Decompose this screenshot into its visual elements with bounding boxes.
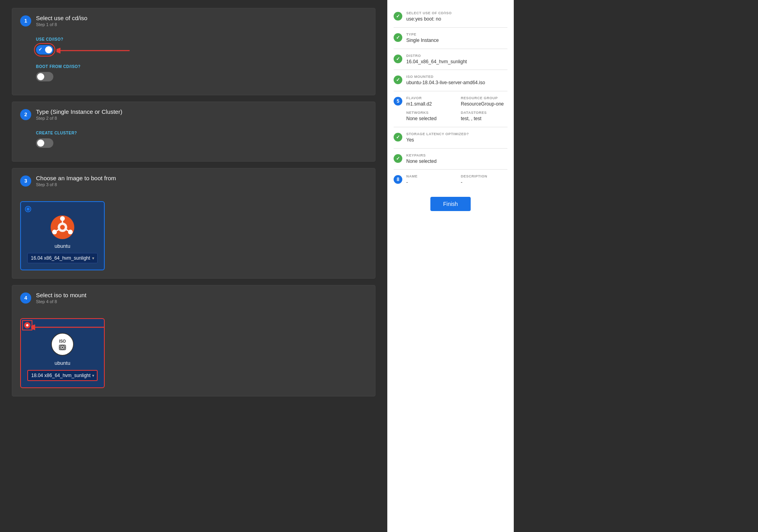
summary-item-cdiso: ✓ SELECT USE OF CD/ISO use:yes boot: no	[394, 6, 507, 28]
step4-arrow-annotation	[31, 321, 110, 333]
finish-button[interactable]: Finish	[430, 197, 470, 211]
main-content: 1 Select use of cd/iso Step 1 of 8 USE C…	[0, 0, 387, 532]
summary-content-storage: STORAGE LATENCY OPTIMIZED? Yes	[406, 132, 507, 143]
summary-value-storage: Yes	[406, 137, 507, 143]
summary-label-iso: ISO MOUNTED	[406, 75, 507, 79]
summary-item-distro: ✓ DISTRO 16.04_x86_64_hvm_sunlight	[394, 49, 507, 70]
summary-col-name: NAME -	[406, 174, 453, 186]
step-2-header: 2 Type (Single Instance or Cluster) Step…	[12, 102, 375, 127]
ubuntu-distro-select-wrapper: 16.04 x86_64_hvm_sunlight	[27, 253, 98, 263]
use-cdiso-label: USE CD/ISO?	[36, 37, 367, 42]
iso-image-name: ubuntu	[55, 360, 70, 366]
step-2-subtitle: Step 2 of 8	[36, 116, 122, 121]
summary-check-keypairs: ✓	[394, 154, 402, 163]
summary-value-distro: 16.04_x86_64_hvm_sunlight	[406, 58, 507, 65]
summary-label-cdiso: SELECT USE OF CD/ISO	[406, 11, 507, 15]
summary-label-datastores: DATASTORES	[461, 111, 507, 115]
summary-col-datastores: DATASTORES test, , test	[461, 111, 507, 122]
summary-content-cdiso: SELECT USE OF CD/ISO use:yes boot: no	[406, 11, 507, 23]
use-cdiso-toggle[interactable]: ✓	[36, 45, 53, 55]
iso-select-wrapper: 18.04 x86_64_hvm_sunlight	[27, 370, 98, 381]
step-3-subtitle: Step 3 of 8	[36, 182, 116, 187]
step-1-number: 1	[20, 15, 31, 26]
summary-item-name: 8 NAME - DESCRIPTION -	[394, 170, 507, 191]
summary-content-distro: DISTRO 16.04_x86_64_hvm_sunlight	[406, 54, 507, 65]
iso-icon: ISO	[50, 332, 75, 357]
ubuntu-radio[interactable]	[25, 206, 31, 212]
summary-value-type: Single Instance	[406, 37, 507, 44]
summary-check-storage: ✓	[394, 133, 402, 141]
summary-row-flavor: FLAVOR m1.small.d2 RESOURCE GROUP Resour…	[406, 96, 507, 108]
summary-label-networks: NETWORKS	[406, 111, 453, 115]
summary-item-iso: ✓ ISO MOUNTED ubuntu-18.04.3-live-server…	[394, 70, 507, 91]
svg-point-20	[62, 347, 63, 348]
summary-col-flavor: FLAVOR m1.small.d2	[406, 96, 453, 108]
step-4-section: 4 Select iso to mount Step 4 of 8	[12, 285, 375, 396]
summary-value-iso: ubuntu-18.04.3-live-server-amd64.iso	[406, 79, 507, 86]
summary-content-keypairs: KEYPAIRS None selected	[406, 153, 507, 165]
summary-label-storage: STORAGE LATENCY OPTIMIZED?	[406, 132, 507, 136]
summary-value-cdiso: use:yes boot: no	[406, 16, 507, 23]
summary-value-datastores: test, , test	[461, 115, 507, 122]
summary-check-iso: ✓	[394, 75, 402, 84]
step-1-header: 1 Select use of cd/iso Step 1 of 8	[12, 8, 375, 33]
iso-version-select[interactable]: 18.04 x86_64_hvm_sunlight	[27, 370, 98, 381]
ubuntu-distro-select[interactable]: 16.04 x86_64_hvm_sunlight	[27, 253, 98, 263]
summary-value-flavor: m1.small.d2	[406, 101, 453, 108]
summary-number-5: 5	[394, 97, 402, 106]
step-3-title: Choose an Image to boot from	[36, 175, 116, 181]
summary-panel: ✓ SELECT USE OF CD/ISO use:yes boot: no …	[387, 0, 514, 532]
step-3-section: 3 Choose an Image to boot from Step 3 of…	[12, 168, 375, 279]
summary-label-type: TYPE	[406, 32, 507, 36]
summary-item-storage: ✓ STORAGE LATENCY OPTIMIZED? Yes	[394, 127, 507, 149]
boot-cdiso-label: BOOT FROM CD/ISO?	[36, 64, 367, 69]
summary-item-flavor: 5 FLAVOR m1.small.d2 RESOURCE GROUP Reso…	[394, 91, 507, 127]
iso-radio-wrapper	[24, 322, 30, 328]
summary-content-iso: ISO MOUNTED ubuntu-18.04.3-live-server-a…	[406, 75, 507, 86]
summary-value-name: -	[406, 179, 453, 186]
svg-point-4	[60, 225, 65, 230]
create-cluster-label: CREATE CLUSTER?	[36, 131, 367, 135]
summary-label-distro: DISTRO	[406, 54, 507, 58]
summary-content-type: TYPE Single Instance	[406, 32, 507, 44]
create-cluster-toggle[interactable]	[36, 138, 53, 148]
step-1-subtitle: Step 1 of 8	[36, 22, 87, 27]
step-2-number: 2	[20, 109, 31, 120]
step-2-section: 2 Type (Single Instance or Cluster) Step…	[12, 102, 375, 162]
step-4-number: 4	[20, 292, 31, 304]
summary-label-resourcegroup: RESOURCE GROUP	[461, 96, 507, 100]
summary-col-resourcegroup: RESOURCE GROUP ResourceGroup-one	[461, 96, 507, 108]
summary-row-name: NAME - DESCRIPTION -	[406, 174, 507, 186]
summary-row-networks: NETWORKS None selected DATASTORES test, …	[406, 111, 507, 122]
step-3-header: 3 Choose an Image to boot from Step 3 of…	[12, 168, 375, 193]
step-4-title: Select iso to mount	[36, 292, 87, 298]
summary-content-flavor: FLAVOR m1.small.d2 RESOURCE GROUP Resour…	[406, 96, 507, 122]
step-1-section: 1 Select use of cd/iso Step 1 of 8 USE C…	[12, 8, 375, 95]
step-2-title: Type (Single Instance or Cluster)	[36, 108, 122, 115]
ubuntu-image-card[interactable]: ubuntu 16.04 x86_64_hvm_sunlight	[20, 201, 105, 270]
summary-check-type: ✓	[394, 33, 402, 42]
step-3-number: 3	[20, 175, 31, 187]
svg-point-6	[68, 230, 73, 234]
summary-col-networks: NETWORKS None selected	[406, 111, 453, 122]
summary-value-resourcegroup: ResourceGroup-one	[461, 101, 507, 108]
summary-value-keypairs: None selected	[406, 158, 507, 165]
boot-cdiso-toggle[interactable]	[36, 72, 53, 81]
ubuntu-icon	[50, 215, 75, 240]
step-4-image-grid: ISO ubuntu 18.04 x86_64_hvm_sunlight	[12, 310, 375, 396]
summary-label-name: NAME	[406, 174, 453, 178]
summary-check-cdiso: ✓	[394, 12, 402, 21]
summary-number-8: 8	[394, 175, 402, 184]
step-3-image-grid: ubuntu 16.04 x86_64_hvm_sunlight	[12, 193, 375, 278]
step-4-subtitle: Step 4 of 8	[36, 299, 87, 304]
summary-label-description: DESCRIPTION	[461, 174, 507, 178]
ubuntu-image-name: ubuntu	[55, 243, 70, 249]
red-arrow-annotation	[57, 45, 136, 57]
summary-check-distro: ✓	[394, 55, 402, 63]
use-cdiso-toggle-wrapper: ✓	[36, 45, 53, 56]
svg-point-7	[52, 230, 57, 234]
summary-item-type: ✓ TYPE Single Instance	[394, 28, 507, 49]
summary-label-flavor: FLAVOR	[406, 96, 453, 100]
svg-point-5	[60, 216, 65, 221]
svg-text:ISO: ISO	[59, 339, 66, 343]
